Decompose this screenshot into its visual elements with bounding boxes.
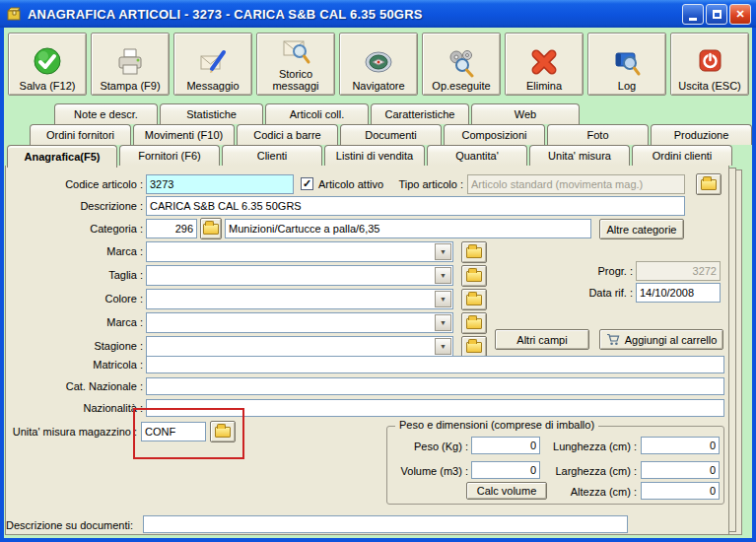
window-title: ANAGRAFICA ARTICOLI - 3273 - CARICA S&B …	[28, 7, 423, 22]
power-icon	[694, 46, 725, 78]
lunghezza-label: Lunghezza (cm) :	[532, 440, 637, 452]
articolo-attivo-checkbox[interactable]: ✓	[301, 177, 313, 190]
tipo-articolo-folder-button[interactable]	[696, 173, 722, 195]
marca-combobox[interactable]: ▼	[146, 241, 453, 262]
marca2-folder-button[interactable]	[461, 312, 487, 334]
print-button[interactable]: Stampa (F9)	[91, 33, 170, 96]
tab-web[interactable]: Web	[471, 103, 580, 124]
chevron-down-icon[interactable]: ▼	[435, 267, 451, 284]
folder-icon	[466, 318, 482, 329]
marca-folder-button[interactable]	[461, 241, 487, 263]
altezza-input[interactable]	[641, 482, 720, 500]
folder-icon	[701, 179, 717, 190]
toolbar-label: Stampa (F9)	[100, 80, 160, 92]
toolbar-label: Log	[618, 80, 636, 92]
tab-unita-misura[interactable]: Unita' misura	[529, 145, 630, 166]
folder-icon	[203, 224, 219, 235]
tab-ordini-fornitori[interactable]: Ordini fornitori	[30, 124, 131, 145]
taglia-folder-button[interactable]	[461, 265, 487, 287]
tab-codici-a-barre[interactable]: Codici a barre	[237, 124, 338, 145]
colore-combobox[interactable]: ▼	[146, 289, 453, 309]
larghezza-label: Larghezza (cm) :	[532, 465, 637, 477]
compass-icon	[363, 46, 394, 78]
aggiungi-carrello-label: Aggiungi al carrello	[625, 334, 718, 346]
colore-folder-button[interactable]	[461, 289, 487, 310]
taglia-combobox[interactable]: ▼	[146, 265, 453, 286]
log-button[interactable]: Log	[587, 33, 666, 96]
tab-statistiche[interactable]: Statistiche	[160, 103, 263, 124]
stagione-label: Stagione :	[8, 340, 143, 352]
altri-campi-button[interactable]: Altri campi	[495, 329, 589, 350]
matricola-label: Matricola :	[8, 359, 143, 371]
larghezza-input[interactable]	[641, 461, 720, 479]
chevron-down-icon[interactable]: ▼	[435, 291, 451, 307]
data-rif-input[interactable]	[636, 283, 721, 303]
categoria-path-input[interactable]	[225, 219, 591, 238]
toolbar-label: Op.eseguite	[432, 80, 490, 92]
tab-quantita[interactable]: Quantita'	[427, 145, 527, 166]
package-icon	[6, 6, 22, 22]
delete-button[interactable]: Elimina	[505, 33, 584, 96]
tab-ordini-clienti[interactable]: Ordini clienti	[632, 145, 732, 166]
peso-input[interactable]	[471, 437, 540, 454]
printer-icon	[114, 46, 146, 78]
minimize-button[interactable]	[682, 4, 704, 25]
tab-fornitori[interactable]: Fornitori (F6)	[119, 145, 220, 166]
tab-foto[interactable]: Foto	[547, 124, 649, 145]
chevron-down-icon[interactable]: ▼	[435, 314, 451, 331]
tab-clienti[interactable]: Clienti	[222, 145, 322, 166]
marca2-label: Marca :	[8, 316, 143, 328]
toolbar-label: Navigatore	[352, 80, 404, 92]
chevron-down-icon[interactable]: ▼	[435, 243, 451, 260]
tab-documenti[interactable]: Documenti	[340, 124, 442, 145]
cart-icon	[606, 333, 620, 346]
tipo-articolo-label: Tipo articolo :	[384, 178, 463, 190]
toolbar-label: Messaggio	[186, 80, 239, 92]
descrizione-input[interactable]	[146, 196, 685, 216]
marca2-combobox[interactable]: ▼	[146, 312, 453, 333]
message-history-button[interactable]: Storico messaggi	[256, 33, 335, 96]
tab-anagrafica-active[interactable]: Anagrafica(F5)	[7, 145, 117, 168]
altezza-label: Altezza (cm) :	[532, 486, 637, 498]
operations-button[interactable]: Op.eseguite	[422, 33, 501, 96]
toolbar-label: Uscita (ESC)	[678, 80, 741, 92]
close-button[interactable]: ✕	[729, 4, 751, 25]
codice-articolo-input[interactable]	[146, 174, 294, 194]
toolbar-label: Salva (F12)	[20, 80, 76, 92]
exit-button[interactable]: Uscita (ESC)	[670, 33, 749, 96]
articolo-attivo-label: Articolo attivo	[318, 178, 383, 190]
tab-row-top: Note e descr. Statistiche Articoli coll.…	[54, 103, 582, 124]
tab-composizioni[interactable]: Composizioni	[444, 124, 545, 145]
lunghezza-input[interactable]	[641, 437, 720, 454]
maximize-button[interactable]	[706, 4, 727, 25]
maximize-icon	[713, 10, 722, 19]
progr-label: Progr. :	[554, 265, 633, 277]
categoria-label: Categoria :	[8, 223, 143, 235]
altre-categorie-button[interactable]: Altre categorie	[599, 219, 684, 239]
descrizione-documenti-input[interactable]	[143, 515, 628, 533]
unita-misura-input[interactable]	[141, 422, 206, 441]
tab-articoli-coll[interactable]: Articoli coll.	[265, 103, 369, 124]
chevron-down-icon[interactable]: ▼	[435, 338, 451, 355]
nazionalita-input[interactable]	[146, 399, 724, 417]
tab-listini-di-vendita[interactable]: Listini di vendita	[324, 145, 425, 166]
tab-note-e-descr[interactable]: Note e descr.	[54, 103, 158, 124]
tab-row-middle: Ordini fornitori Movimenti (F10) Codici …	[30, 124, 754, 145]
tab-caratteristiche[interactable]: Caratteristiche	[371, 103, 469, 124]
categoria-code-input[interactable]	[146, 219, 197, 238]
aggiungi-carrello-button[interactable]: Aggiungi al carrello	[599, 329, 723, 350]
tab-produzione[interactable]: Produzione	[651, 124, 752, 145]
navigator-button[interactable]: Navigatore	[339, 33, 418, 96]
tab-movimenti[interactable]: Movimenti (F10)	[133, 124, 235, 145]
cat-nazionale-input[interactable]	[146, 377, 724, 395]
title-bar: ANAGRAFICA ARTICOLI - 3273 - CARICA S&B …	[0, 0, 756, 28]
stagione-combobox[interactable]: ▼	[146, 336, 453, 357]
volume-input[interactable]	[471, 461, 540, 479]
matricola-input[interactable]	[146, 356, 724, 373]
stagione-folder-button[interactable]	[461, 336, 487, 358]
message-button[interactable]: Messaggio	[173, 33, 252, 96]
categoria-folder-button[interactable]	[200, 218, 222, 239]
unita-misura-folder-button[interactable]	[210, 421, 236, 442]
folder-icon	[466, 295, 482, 305]
save-button[interactable]: Salva (F12)	[8, 33, 87, 96]
